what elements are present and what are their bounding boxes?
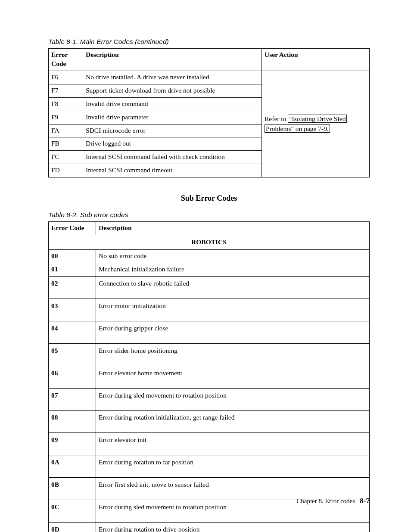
error-code-cell: FA bbox=[49, 124, 83, 137]
error-code-cell: FB bbox=[49, 137, 83, 151]
sub-desc-cell: No sub error code bbox=[96, 250, 370, 263]
sub-code-cell: 0B bbox=[49, 478, 96, 500]
error-desc-cell: No drive installed. A drive was never in… bbox=[83, 71, 262, 84]
table2-header-desc: Description bbox=[96, 222, 370, 235]
action-link-line1[interactable]: "Isolating Drive Sled bbox=[288, 115, 347, 123]
sub-code-cell: 02 bbox=[49, 276, 96, 299]
main-error-codes-table: Error Code Description User Action F6 No… bbox=[48, 48, 370, 177]
error-desc-cell: Internal SCSI command timeout bbox=[83, 164, 262, 177]
sub-desc-cell: Error during rotation initialization, ge… bbox=[96, 411, 370, 433]
error-code-cell: F9 bbox=[49, 111, 83, 124]
table-row: 03 Error motor initialization bbox=[49, 299, 370, 321]
robotics-section-row: ROBOTICS bbox=[49, 235, 370, 250]
table-row: 05 Error slider home positioning bbox=[49, 343, 370, 366]
sub-code-cell: 04 bbox=[49, 321, 96, 343]
robotics-section-label: ROBOTICS bbox=[49, 235, 370, 250]
table-row: 01 Mechanical initialization failure bbox=[49, 263, 370, 276]
table-row: F6 No drive installed. A drive was never… bbox=[49, 71, 370, 84]
page-footer: Chapter 8. Error codes 8-7 bbox=[296, 497, 370, 505]
sub-code-cell: 0A bbox=[49, 455, 96, 478]
sub-desc-cell: Error elevator init bbox=[96, 433, 370, 455]
error-code-cell: FC bbox=[49, 151, 83, 164]
table-row: 07 Error during sled movement to rotatio… bbox=[49, 388, 370, 411]
sub-desc-cell: Error during sled movement to rotation p… bbox=[96, 388, 370, 411]
sub-desc-cell: Error slider home positioning bbox=[96, 343, 370, 366]
table-row: 08 Error during rotation initialization,… bbox=[49, 411, 370, 433]
sub-code-cell: 09 bbox=[49, 433, 96, 455]
table-row: 00 No sub error code bbox=[49, 250, 370, 263]
table1-header-desc: Description bbox=[83, 49, 262, 71]
error-desc-cell: Drive logged out bbox=[83, 137, 262, 151]
user-action-cell: Refer to "Isolating Drive Sled Problems"… bbox=[262, 71, 370, 177]
sub-code-cell: 07 bbox=[49, 388, 96, 411]
sub-code-cell: 03 bbox=[49, 299, 96, 321]
sub-desc-cell: Error motor initialization bbox=[96, 299, 370, 321]
footer-page-number: 8-7 bbox=[360, 497, 370, 505]
error-code-cell: F8 bbox=[49, 97, 83, 111]
table2-caption: Table 8-2. Sub error codes bbox=[48, 211, 370, 219]
table-row: 09 Error elevator init bbox=[49, 433, 370, 455]
sub-desc-cell: Error during gripper close bbox=[96, 321, 370, 343]
sub-error-codes-table: Error Code Description ROBOTICS 00 No su… bbox=[48, 221, 370, 532]
sub-code-cell: 06 bbox=[49, 366, 96, 388]
sub-desc-cell: Mechanical initialization failure bbox=[96, 263, 370, 276]
sub-desc-cell: Error elevator home movement bbox=[96, 366, 370, 388]
sub-desc-cell: Error during rotation to far position bbox=[96, 455, 370, 478]
error-desc-cell: Invalid drive command bbox=[83, 97, 262, 111]
sub-code-cell: 0C bbox=[49, 500, 96, 523]
error-code-cell: F7 bbox=[49, 84, 83, 97]
footer-chapter: Chapter 8. Error codes bbox=[296, 498, 355, 504]
table1-header-code: Error Code bbox=[49, 49, 83, 71]
table2-header-code: Error Code bbox=[49, 222, 96, 235]
table1-header-action: User Action bbox=[262, 49, 370, 71]
table-row: 02 Connection to slave robotic failed bbox=[49, 276, 370, 299]
table-row: 0A Error during rotation to far position bbox=[49, 455, 370, 478]
error-desc-cell: SDCI microcode error bbox=[83, 124, 262, 137]
sub-code-cell: 08 bbox=[49, 411, 96, 433]
error-code-cell: FD bbox=[49, 164, 83, 177]
action-link-line2[interactable]: Problems" on page 7-9. bbox=[265, 124, 330, 133]
table-row: 06 Error elevator home movement bbox=[49, 366, 370, 388]
sub-desc-cell: Connection to slave robotic failed bbox=[96, 276, 370, 299]
sub-code-cell: 05 bbox=[49, 343, 96, 366]
table-row: 0D Error during rotation to drive positi… bbox=[49, 523, 370, 532]
table1-header-row: Error Code Description User Action bbox=[49, 49, 370, 71]
sub-error-codes-heading: Sub Error Codes bbox=[48, 194, 370, 203]
sub-code-cell: 0D bbox=[49, 523, 96, 532]
action-prefix: Refer to bbox=[265, 115, 288, 122]
error-code-cell: F6 bbox=[49, 71, 83, 84]
sub-code-cell: 00 bbox=[49, 250, 96, 263]
table1-caption: Table 8-1. Main Error Codes (continued) bbox=[48, 38, 370, 46]
error-desc-cell: Support ticket download from drive not p… bbox=[83, 84, 262, 97]
sub-code-cell: 01 bbox=[49, 263, 96, 276]
error-desc-cell: Invalid drive parameter bbox=[83, 111, 262, 124]
table-row: 04 Error during gripper close bbox=[49, 321, 370, 343]
error-desc-cell: Internal SCSI command failed with check … bbox=[83, 151, 262, 164]
sub-desc-cell: Error during rotation to drive position bbox=[96, 523, 370, 532]
table2-header-row: Error Code Description bbox=[49, 222, 370, 235]
